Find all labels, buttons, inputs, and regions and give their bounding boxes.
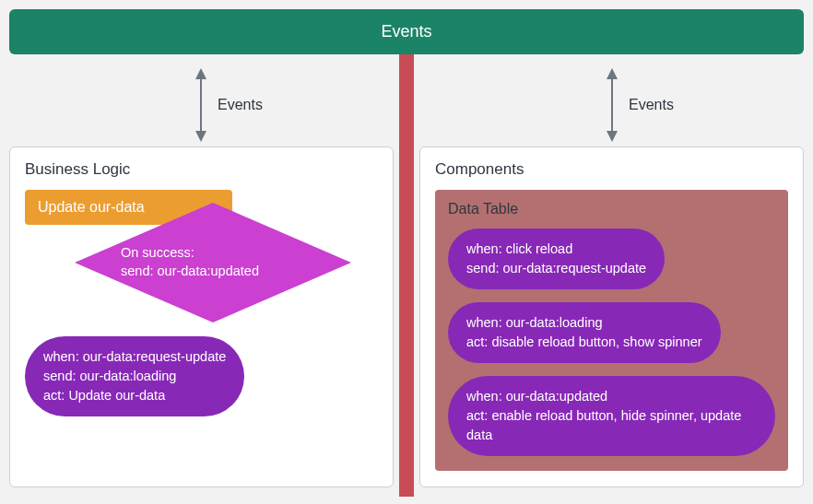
svg-marker-1: [195, 68, 206, 79]
dt3-line1: when: our-data:updated: [466, 387, 757, 406]
dt1-line2: send: our-data:request-update: [466, 259, 646, 278]
dt-handler-1: when: click reload send: our-data:reques…: [448, 229, 665, 289]
dt2-line2: act: disable reload button, show spinner: [466, 333, 702, 352]
arrow-left-label: Events: [218, 97, 263, 113]
dt-handler-3: when: our-data:updated act: enable reloa…: [448, 376, 775, 456]
diamond-line2: send: our-data:updated: [121, 263, 305, 281]
business-logic-title: Business Logic: [25, 160, 378, 179]
svg-marker-2: [195, 131, 206, 142]
diamond-line1: On success:: [121, 244, 305, 263]
bh-line2: send: our-data:loading: [43, 367, 226, 386]
data-table-title: Data Table: [448, 201, 775, 217]
panels-row: Business Logic Update our-data On succes…: [9, 147, 804, 487]
vertical-divider: [399, 54, 414, 497]
components-title: Components: [435, 160, 788, 179]
dt2-line1: when: our-data:loading: [466, 313, 702, 333]
double-arrow-icon: [604, 68, 620, 142]
components-panel: Components Data Table when: click reload…: [419, 147, 804, 487]
svg-marker-5: [607, 131, 618, 142]
success-diamond: On success: send: our-data:updated: [75, 203, 351, 322]
dt1-line1: when: click reload: [466, 240, 646, 259]
bh-line3: act: Update our-data: [43, 386, 226, 405]
business-handler-pill: when: our-data:request-update send: our-…: [25, 336, 244, 416]
arrow-right-label: Events: [629, 97, 674, 113]
dt-handler-2: when: our-data:loading act: disable relo…: [448, 302, 721, 363]
diamond-text: On success: send: our-data:updated: [121, 244, 305, 280]
business-logic-panel: Business Logic Update our-data On succes…: [9, 147, 394, 487]
arrow-right-cell: Events: [420, 64, 804, 147]
dt3-line2: act: enable reload button, hide spinner,…: [466, 406, 757, 445]
events-header-title: Events: [381, 22, 431, 41]
double-arrow-icon: [193, 68, 209, 142]
arrow-left-cell: Events: [9, 64, 393, 147]
svg-marker-4: [607, 68, 618, 79]
data-table-box: Data Table when: click reload send: our-…: [435, 190, 788, 471]
events-header-bar: Events: [9, 9, 804, 54]
bh-line1: when: our-data:request-update: [43, 347, 226, 367]
